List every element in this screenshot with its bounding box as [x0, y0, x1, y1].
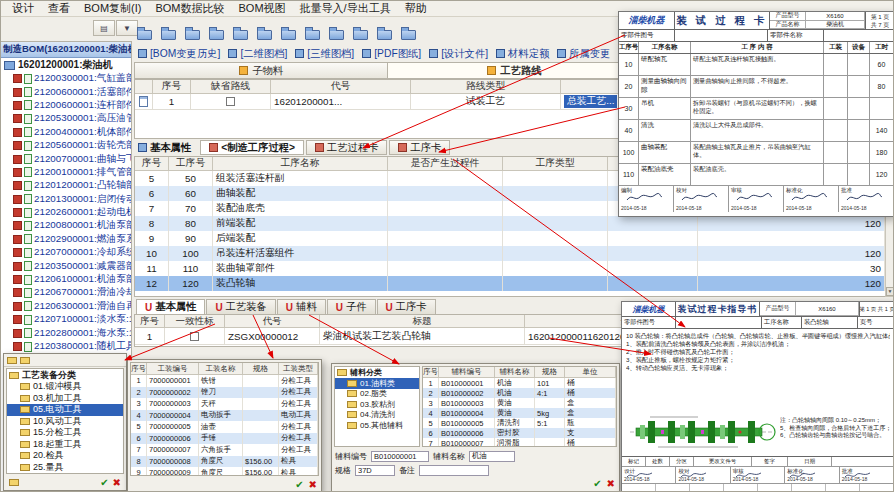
aux-row[interactable]: 1 B010000001 机油 101 桶: [423, 378, 616, 388]
menu-item[interactable]: BOM视图: [232, 0, 293, 17]
detail-tab[interactable]: U 辅料: [277, 299, 326, 314]
folder-icon[interactable]: [20, 357, 30, 364]
routing-route-selected-cell[interactable]: 总装工艺...: [564, 95, 617, 108]
document-tab[interactable]: [三维图档]: [295, 47, 354, 61]
tooling-row[interactable]: 5 7000000005 油壶 分检工具: [131, 421, 318, 433]
col-tool-spec[interactable]: 规格: [243, 363, 279, 374]
menu-item[interactable]: BOM复制(I): [77, 0, 148, 17]
aux-tree-item[interactable]: 01.油料类: [335, 378, 419, 389]
scroll-down-icon[interactable]: ▼: [886, 287, 894, 296]
detail-tab[interactable]: U 基本属性: [136, 299, 205, 314]
toolbar-icon[interactable]: [254, 26, 274, 44]
col-aux-code[interactable]: 辅料编号: [439, 367, 495, 377]
col-aux-name[interactable]: 辅料名称: [495, 367, 535, 377]
tree-item[interactable]: 21203800001:随机工具部件:1: [1, 340, 131, 353]
toolbar-icon[interactable]: [278, 26, 298, 44]
aux-spec-input[interactable]: 37D: [355, 465, 395, 476]
tooling-tree-item[interactable]: 03.机加工具: [7, 393, 123, 405]
col-code[interactable]: 代号: [225, 315, 320, 327]
col-op-no[interactable]: 工序号: [169, 157, 213, 170]
col-title[interactable]: 标题: [320, 315, 525, 327]
tooling-tree-item[interactable]: 05.电动工具: [7, 404, 123, 416]
folder-icon[interactable]: [7, 357, 17, 364]
document-tab[interactable]: [BOM变更历史]: [138, 47, 220, 61]
aux-name-input[interactable]: 机油: [469, 451, 515, 462]
menu-item[interactable]: 批量导入/导出工具: [293, 0, 398, 17]
aux-row[interactable]: 7 B010000007 润滑脂 桶: [423, 438, 616, 447]
tooling-row[interactable]: 4 7000000004 电动扳手 电动工具: [131, 410, 318, 422]
process-row[interactable]: 9 90 后端装配: [135, 231, 885, 246]
aux-row[interactable]: 3 B010000003 黄油 盒: [423, 398, 616, 408]
process-tab[interactable]: 工序卡: [389, 140, 450, 155]
tree-item[interactable]: 21207100001:淡水泵:1: [1, 313, 131, 326]
aux-row[interactable]: 4 B010000004 黄油 5kg 盒: [423, 408, 616, 418]
menu-item[interactable]: 查看: [41, 0, 77, 17]
col-tool-name[interactable]: 工装名称: [199, 363, 243, 374]
tree-root-item[interactable]: 16201200001:柴油机: [1, 58, 131, 72]
toolbar-icon[interactable]: [182, 26, 202, 44]
tooling-row[interactable]: 3 7000000003 天秤 分检工具: [131, 398, 318, 410]
detail-tab[interactable]: U 工序卡: [377, 299, 436, 314]
default-route-checkbox[interactable]: [226, 97, 235, 106]
aux-note-input[interactable]: [419, 465, 489, 476]
col-seq[interactable]: 序号: [423, 367, 439, 377]
tree-item[interactable]: 21202600001:起动电机部件: [1, 206, 131, 219]
consistency-checkbox[interactable]: [190, 332, 199, 341]
tree-item[interactable]: 21200400001:机体部件:1: [1, 126, 131, 139]
aux-tree-root[interactable]: 辅料分类: [335, 367, 419, 378]
process-tab[interactable]: 工艺过程卡: [306, 140, 387, 155]
col-aux-unit[interactable]: 单位: [565, 367, 616, 377]
col-seq[interactable]: 序号: [153, 80, 191, 93]
col-op-type[interactable]: 工序类型: [503, 157, 608, 170]
col-seq[interactable]: 序号: [131, 363, 147, 374]
tooling-tree-item[interactable]: 18.起重工具: [7, 439, 123, 451]
tree-item[interactable]: 21200800001:机油泵部件:1: [1, 219, 131, 232]
close-icon[interactable]: ✖: [309, 480, 317, 490]
aux-row[interactable]: 2 B010000002 机油 4:1 桶: [423, 388, 616, 398]
document-tab[interactable]: [PDF图纸]: [362, 47, 421, 61]
process-row[interactable]: 11 110 装曲轴罩部件 30: [135, 261, 885, 276]
tooling-row[interactable]: 1 7000000001 铁钳 分检工具: [131, 375, 318, 387]
tree-item[interactable]: 21200600001:活塞部件:6: [1, 85, 131, 98]
process-row[interactable]: 12 120 装凸轮轴 120: [135, 276, 885, 291]
tree-item[interactable]: 21200700001:曲轴与飞轮部: [1, 152, 131, 165]
toolbar-icon[interactable]: [326, 26, 346, 44]
col-seq[interactable]: 序号: [135, 157, 169, 170]
process-tab[interactable]: <制造工序过程>: [200, 140, 304, 155]
aux-row[interactable]: 6 B010000006 密封胶 支: [423, 428, 616, 438]
close-icon[interactable]: ✖: [113, 478, 121, 488]
tree-item[interactable]: 21201200001:凸轮轴部件:1: [1, 179, 131, 192]
document-tab[interactable]: [二维图档]: [228, 47, 287, 61]
col-seq[interactable]: 序号: [135, 315, 165, 327]
ok-icon[interactable]: ✔: [295, 480, 303, 490]
route-subtab[interactable]: 工艺路线: [388, 62, 641, 79]
tree-item[interactable]: 21200100001:排气管部件:1: [1, 166, 131, 179]
document-tab[interactable]: [设计文件]: [429, 47, 488, 61]
folder-icon[interactable]: [9, 479, 19, 486]
toolbar-icon[interactable]: [398, 26, 418, 44]
toolbar-icon[interactable]: [206, 26, 226, 44]
col-tool-type[interactable]: 工装类型: [279, 363, 318, 374]
toolbar-icon[interactable]: [230, 26, 250, 44]
tree-item[interactable]: 21205600001:齿轮壳部件:1: [1, 139, 131, 152]
tree-item[interactable]: 21200600001:连杆部件:6: [1, 99, 131, 112]
aux-code-input[interactable]: B010000001: [371, 451, 429, 462]
col-aux-spec[interactable]: 规格: [535, 367, 565, 377]
tree-item[interactable]: 21205300001:高压油管组件: [1, 112, 131, 125]
tooling-tree-root[interactable]: 工艺装备分类: [7, 369, 123, 381]
col-default-route[interactable]: 缺省路线: [191, 80, 271, 93]
menu-item[interactable]: BOM数据比较: [148, 0, 231, 17]
col-op-name[interactable]: 工序名称: [213, 157, 388, 170]
tooling-row[interactable]: 2 7000000002 锉刀 分检工具: [131, 387, 318, 399]
tree-item[interactable]: 21206100001:机油泵部件:1: [1, 273, 131, 286]
aux-tree-item[interactable]: 03.胶粘剂: [335, 399, 419, 410]
tooling-tree-item[interactable]: 20.检具: [7, 450, 123, 462]
tooling-tree-item[interactable]: 30.辅助工具: [7, 473, 123, 474]
tree-item[interactable]: 21203500001:减震器部件:1: [1, 259, 131, 272]
tooling-tree-item[interactable]: 25.量具: [7, 462, 123, 474]
toolbar-icon[interactable]: [302, 26, 322, 44]
close-icon[interactable]: ✖: [607, 479, 615, 489]
tooling-row[interactable]: 7 7000000007 六角扳手 分检工具: [131, 444, 318, 456]
toolbar-icon[interactable]: [134, 26, 154, 44]
ok-icon[interactable]: ✔: [100, 478, 108, 488]
